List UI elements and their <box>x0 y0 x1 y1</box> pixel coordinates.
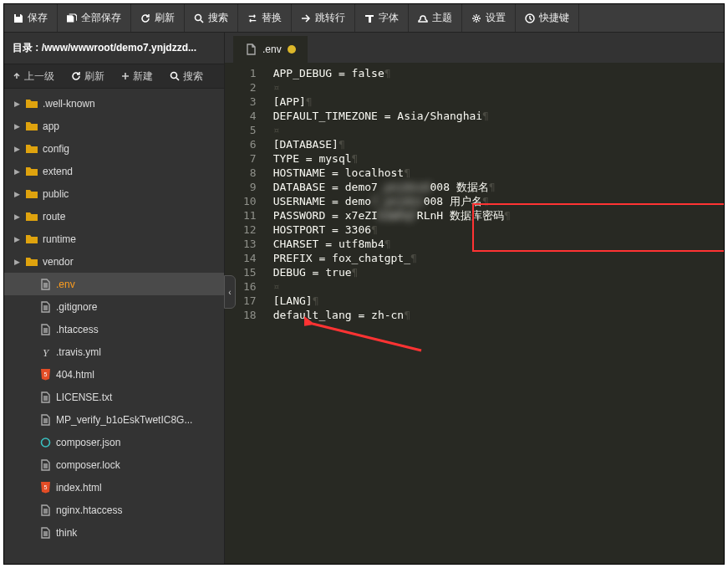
tree-item-label: composer.json <box>56 437 120 448</box>
svg-text:5: 5 <box>43 484 47 490</box>
tree-item-config[interactable]: ▶config <box>4 137 224 160</box>
tree-item-label: MP_verify_b1oEskTwetIC8G... <box>56 414 192 426</box>
line-number: 3 <box>243 95 257 109</box>
tree-item-runtime[interactable]: ▶runtime <box>4 228 224 250</box>
file-icon <box>39 414 51 426</box>
tab-env[interactable]: .env <box>233 36 308 63</box>
settings-icon <box>471 13 481 23</box>
tree-item-LICENSEtxt[interactable]: LICENSE.txt <box>4 386 224 408</box>
folder-icon <box>26 211 38 223</box>
tree-item-composerlock[interactable]: composer.lock <box>4 453 224 476</box>
tree-item-extend[interactable]: ▶extend <box>4 160 224 182</box>
toolbar-search-button[interactable]: 搜索 <box>185 4 238 32</box>
file-icon <box>39 527 51 539</box>
tree-item-404html[interactable]: 5404.html <box>4 363 224 386</box>
file-icon <box>39 504 51 516</box>
line-number: 9 <box>243 180 257 194</box>
tree-item-label: .well-known <box>43 98 95 110</box>
toolbar-refresh-button[interactable]: 刷新 <box>131 4 185 32</box>
line-number: 5 <box>243 123 257 137</box>
tree-item-app[interactable]: ▶app <box>4 115 224 137</box>
tree-item-nginxhtaccess[interactable]: nginx.htaccess <box>4 499 224 521</box>
sidebar-tools: 上一级刷新新建搜索 <box>4 64 224 89</box>
sidebar-tool-up[interactable]: 上一级 <box>4 64 63 88</box>
tree-item-label: config <box>43 143 69 155</box>
tree-item-indexhtml[interactable]: 5index.html <box>4 476 224 499</box>
line-number: 6 <box>243 137 257 151</box>
toolbar-label: 字体 <box>379 11 399 25</box>
file-icon: 5 <box>39 482 51 494</box>
tree-item-label: think <box>56 527 77 539</box>
tree-item-MPverifyb1oEskTwetIC8G[interactable]: MP_verify_b1oEskTwetIC8G... <box>4 408 224 431</box>
folder-icon <box>26 166 38 177</box>
up-icon <box>13 72 21 80</box>
toolbar-theme-button[interactable]: 主题 <box>409 4 462 32</box>
toolbar-save-button[interactable]: 保存 <box>4 4 58 32</box>
new-icon <box>121 72 130 80</box>
line-number: 14 <box>243 251 257 265</box>
chevron-right-icon: ▶ <box>14 100 21 108</box>
tree-item-public[interactable]: ▶public <box>4 182 224 205</box>
tree-item-label: app <box>43 120 59 132</box>
toolbar-save-all-button[interactable]: 全部保存 <box>58 4 131 32</box>
code-line: PASSWORD = x7eZIk3mPqTRLnH 数据库密码¶ <box>273 208 717 223</box>
tree-item-gitignore[interactable]: .gitignore <box>4 295 224 318</box>
toolbar-goto-button[interactable]: 跳转行 <box>292 4 355 32</box>
modified-indicator-icon <box>288 45 296 54</box>
toolbar-settings-button[interactable]: 设置 <box>462 4 516 32</box>
folder-icon <box>26 143 38 155</box>
tree-item-wellknown[interactable]: ▶.well-known <box>4 92 224 115</box>
chevron-right-icon: ▶ <box>14 145 21 153</box>
sidebar-tool-search[interactable]: 搜索 <box>161 64 211 88</box>
svg-point-1 <box>475 17 478 20</box>
line-number: 10 <box>243 194 257 208</box>
tree-item-label: .gitignore <box>56 301 97 313</box>
line-number: 18 <box>243 308 257 322</box>
file-icon <box>39 279 51 290</box>
toolbar-shortcut-button[interactable]: 快捷键 <box>516 4 579 32</box>
line-number: 1 <box>243 66 257 80</box>
chevron-right-icon: ▶ <box>14 190 21 198</box>
toolbar-replace-button[interactable]: 替换 <box>238 4 292 32</box>
toolbar-label: 搜索 <box>208 11 228 25</box>
editor-pane: ‹ .env 123456789101112131415161718 APP_D… <box>225 33 724 564</box>
line-number: 17 <box>243 294 257 308</box>
tree-item-label: nginx.htaccess <box>56 504 122 516</box>
code-line: ¤ <box>273 279 717 294</box>
line-number: 2 <box>243 80 257 95</box>
tree-item-label: vendor <box>43 256 74 268</box>
top-toolbar: 保存全部保存刷新搜索替换跳转行字体主题设置快捷键 <box>4 4 724 33</box>
file-tree[interactable]: ▶.well-known▶app▶config▶extend▶public▶ro… <box>4 89 224 564</box>
file-icon <box>39 391 51 403</box>
tree-item-label: index.html <box>56 482 102 494</box>
chevron-right-icon: ▶ <box>14 167 21 176</box>
tree-item-travisyml[interactable]: Y.travis.yml <box>4 340 224 363</box>
code-line: DEBUG = true¶ <box>273 265 717 279</box>
tree-item-label: public <box>43 188 69 200</box>
svg-text:Y: Y <box>42 346 49 358</box>
font-icon <box>364 13 374 23</box>
sidebar-tool-label: 上一级 <box>24 69 54 84</box>
tree-item-think[interactable]: think <box>4 521 224 544</box>
toolbar-label: 保存 <box>28 11 48 25</box>
tree-item-label: route <box>43 211 65 223</box>
tree-item-vendor[interactable]: ▶vendor <box>4 250 224 273</box>
svg-point-0 <box>196 14 201 20</box>
code-content[interactable]: APP_DEBUG = false¶¤[APP]¶DEFAULT_TIMEZON… <box>267 63 724 564</box>
tree-item-env[interactable]: .env <box>4 273 224 295</box>
tree-item-htaccess[interactable]: .htaccess <box>4 318 224 340</box>
toolbar-font-button[interactable]: 字体 <box>355 4 409 32</box>
sidebar-collapse-handle[interactable]: ‹ <box>224 275 236 309</box>
code-line: ¤ <box>273 123 717 137</box>
svg-text:5: 5 <box>43 371 47 377</box>
code-line: DEFAULT_TIMEZONE = Asia/Shanghai¶ <box>273 109 717 123</box>
code-area[interactable]: 123456789101112131415161718 APP_DEBUG = … <box>225 63 724 564</box>
sidebar-tool-new[interactable]: 新建 <box>113 64 161 88</box>
tree-item-label: extend <box>43 166 73 177</box>
sidebar-tool-refresh[interactable]: 刷新 <box>63 64 113 88</box>
tree-item-route[interactable]: ▶route <box>4 205 224 228</box>
search-icon <box>170 71 180 81</box>
tree-item-composerjson[interactable]: composer.json <box>4 431 224 453</box>
toolbar-label: 主题 <box>432 11 452 25</box>
app-frame: 保存全部保存刷新搜索替换跳转行字体主题设置快捷键 目录 : /www/wwwro… <box>3 3 725 565</box>
